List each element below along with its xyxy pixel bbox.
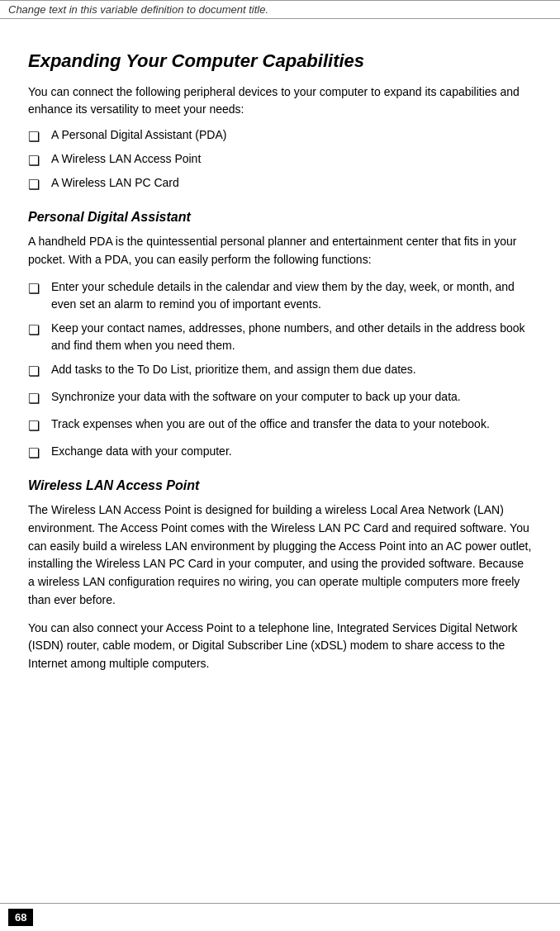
bullet-icon: ❏: [28, 127, 51, 147]
list-item: ❏ Enter your schedule details in the cal…: [28, 278, 532, 313]
list-item: ❏ A Wireless LAN Access Point: [28, 150, 532, 171]
pda-bullet-2: Add tasks to the To Do List, prioritize …: [51, 361, 532, 378]
pda-bullet-5: Exchange data with your computer.: [51, 443, 532, 460]
pda-bullet-4: Track expenses when you are out of the o…: [51, 416, 532, 433]
top-bar: Change text in this variable definition …: [0, 0, 560, 19]
bullet-icon: ❏: [28, 389, 51, 409]
main-heading: Expanding Your Computer Capabilities: [28, 50, 532, 72]
section-heading-pda: Personal Digital Assistant: [28, 210, 532, 225]
intro-bullet-0: A Personal Digital Assistant (PDA): [51, 126, 226, 144]
wlan-body-text-after: You can also connect your Access Point t…: [28, 620, 532, 673]
pda-bullet-0: Enter your schedule details in the calen…: [51, 278, 532, 313]
pda-bullet-3: Synchronize your data with the software …: [51, 388, 532, 406]
pda-body-text: A handheld PDA is the quintessential per…: [28, 233, 532, 268]
footer: 68: [0, 903, 560, 931]
bullet-icon: ❏: [28, 321, 51, 340]
page-number: 68: [8, 909, 33, 926]
content-area: Expanding Your Computer Capabilities You…: [0, 19, 560, 733]
list-item: ❏ Synchronize your data with the softwar…: [28, 388, 532, 409]
intro-paragraph: You can connect the following peripheral…: [28, 83, 532, 118]
list-item: ❏ Add tasks to the To Do List, prioritiz…: [28, 361, 532, 382]
list-item: ❏ Keep your contact names, addresses, ph…: [28, 320, 532, 354]
bullet-icon: ❏: [28, 279, 51, 299]
intro-bullet-1: A Wireless LAN Access Point: [51, 150, 201, 168]
list-item: ❏ Exchange data with your computer.: [28, 443, 532, 463]
bullet-icon: ❏: [28, 175, 51, 195]
pda-bullet-1: Keep your contact names, addresses, phon…: [51, 320, 532, 354]
intro-bullet-2: A Wireless LAN PC Card: [51, 174, 179, 192]
top-bar-text: Change text in this variable definition …: [8, 3, 268, 16]
intro-bullet-list: ❏ A Personal Digital Assistant (PDA) ❏ A…: [28, 126, 532, 195]
wlan-body-text: The Wireless LAN Access Point is designe…: [28, 501, 532, 609]
pda-bullet-list: ❏ Enter your schedule details in the cal…: [28, 278, 532, 463]
bullet-icon: ❏: [28, 444, 51, 463]
section-heading-wlan: Wireless LAN Access Point: [28, 478, 532, 493]
list-item: ❏ A Personal Digital Assistant (PDA): [28, 126, 532, 147]
list-item: ❏ Track expenses when you are out of the…: [28, 416, 532, 436]
bullet-icon: ❏: [28, 362, 51, 382]
bullet-icon: ❏: [28, 151, 51, 171]
list-item: ❏ A Wireless LAN PC Card: [28, 174, 532, 195]
bullet-icon: ❏: [28, 416, 51, 436]
